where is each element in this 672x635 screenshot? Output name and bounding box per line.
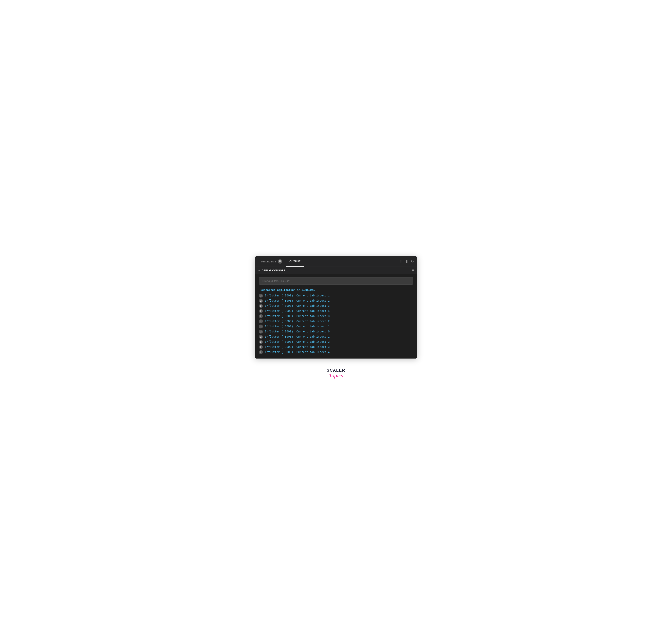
refresh-icon[interactable]: ↻ [411, 259, 414, 264]
log-text-0: I/flutter ( 3000): Current tab index: 1 [265, 294, 330, 297]
tab-output[interactable]: OUTPUT [286, 256, 304, 267]
log-entry-4: 2 I/flutter ( 3000): Current tab index: … [259, 314, 413, 319]
log-entry-10: 2 I/flutter ( 3000): Current tab index: … [259, 345, 413, 349]
log-text-3: I/flutter ( 3000): Current tab index: 4 [265, 309, 330, 313]
log-text-9: I/flutter ( 3000): Current tab index: 2 [265, 340, 330, 344]
hamburger-icon[interactable]: ≡ [412, 268, 414, 272]
brand-topics-text: Topics [329, 373, 343, 379]
pause-icon[interactable]: ⏸ [405, 260, 408, 264]
log-text-8: I/flutter ( 3000): Current tab index: 1 [265, 335, 330, 338]
filter-input[interactable] [259, 277, 413, 285]
log-badge-3: 2 [259, 309, 263, 313]
log-entry-8: 2 I/flutter ( 3000): Current tab index: … [259, 334, 413, 339]
log-badge-6: 2 [259, 325, 263, 328]
chevron-icon: ∨ [258, 269, 260, 272]
log-badge-0: 2 [259, 294, 263, 298]
log-entry-1: 2 I/flutter ( 3000): Current tab index: … [259, 299, 413, 303]
log-text-6: I/flutter ( 3000): Current tab index: 1 [265, 325, 330, 328]
log-entry-5: 2 I/flutter ( 3000): Current tab index: … [259, 319, 413, 324]
log-entry-11: 2 I/flutter ( 3000): Current tab index: … [259, 350, 413, 355]
log-text-2: I/flutter ( 3000): Current tab index: 3 [265, 304, 330, 307]
log-badge-2: 2 [259, 304, 263, 308]
output-tab-label: OUTPUT [289, 260, 300, 263]
brand-scaler-text: SCALER [327, 368, 345, 373]
log-entry-3: 2 I/flutter ( 3000): Current tab index: … [259, 309, 413, 313]
log-badge-5: 2 [259, 320, 263, 323]
log-text-10: I/flutter ( 3000): Current tab index: 3 [265, 346, 330, 349]
log-text-4: I/flutter ( 3000): Current tab index: 3 [265, 315, 330, 318]
log-text-7: I/flutter ( 3000): Current tab index: 0 [265, 330, 330, 333]
log-entry-7: 2 I/flutter ( 3000): Current tab index: … [259, 329, 413, 334]
vscode-panel: PROBLEMS 10 OUTPUT ⠿ ⏸ ↻ ∨ DEBUG CONSOLE… [255, 256, 417, 358]
console-content: Restarted application in 4,053ms. 2 I/fl… [255, 274, 417, 358]
log-badge-4: 2 [259, 314, 263, 318]
section-header: ∨ DEBUG CONSOLE ≡ [255, 267, 417, 274]
log-badge-1: 2 [259, 299, 263, 303]
problems-badge: 10 [278, 259, 282, 264]
log-badge-9: 2 [259, 340, 263, 344]
problems-tab-label: PROBLEMS [261, 260, 276, 263]
dots-icon[interactable]: ⠿ [400, 259, 403, 264]
tab-bar: PROBLEMS 10 OUTPUT ⠿ ⏸ ↻ [255, 256, 417, 267]
log-badge-7: 2 [259, 330, 263, 334]
log-badge-11: 2 [259, 350, 263, 354]
log-entry-2: 2 I/flutter ( 3000): Current tab index: … [259, 304, 413, 308]
restart-line: Restarted application in 4,053ms. [259, 288, 413, 292]
log-entry-9: 2 I/flutter ( 3000): Current tab index: … [259, 340, 413, 344]
debug-console-label: DEBUG CONSOLE [262, 269, 286, 272]
toolbar-icons: ⠿ ⏸ ↻ [400, 259, 414, 264]
log-text-11: I/flutter ( 3000): Current tab index: 4 [265, 351, 330, 354]
branding: SCALER Topics [327, 368, 345, 379]
log-text-5: I/flutter ( 3000): Current tab index: 2 [265, 320, 330, 323]
log-lines: Restarted application in 4,053ms. 2 I/fl… [259, 288, 413, 355]
log-entry-0: 2 I/flutter ( 3000): Current tab index: … [259, 293, 413, 298]
log-badge-10: 2 [259, 345, 263, 349]
tab-problems[interactable]: PROBLEMS 10 [258, 256, 285, 267]
log-entry-6: 2 I/flutter ( 3000): Current tab index: … [259, 324, 413, 329]
log-badge-8: 2 [259, 335, 263, 339]
section-title-group[interactable]: ∨ DEBUG CONSOLE [258, 269, 286, 272]
log-text-1: I/flutter ( 3000): Current tab index: 2 [265, 299, 330, 302]
